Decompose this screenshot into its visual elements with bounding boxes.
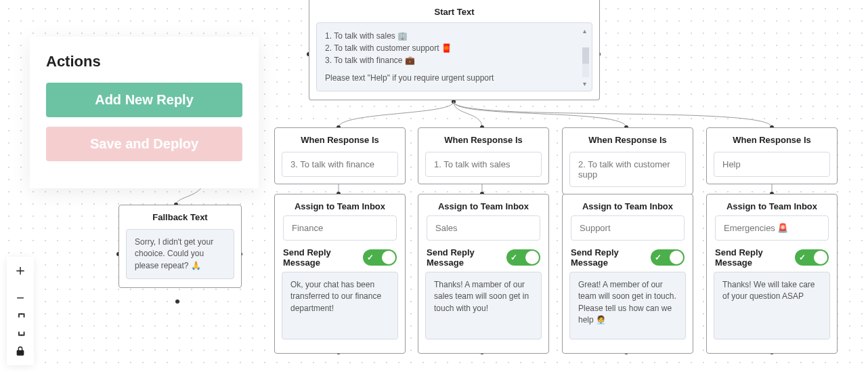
start-help-line: Please text "Help" if you require urgent… bbox=[325, 72, 571, 84]
send-reply-label: Send Reply Message bbox=[571, 247, 651, 268]
fallback-title: Fallback Text bbox=[119, 205, 241, 225]
svg-point-20 bbox=[175, 299, 179, 304]
reply-text-support[interactable]: Great! A member of our team will soon ge… bbox=[569, 272, 686, 339]
send-reply-row: Send Reply Message bbox=[275, 247, 405, 268]
when-title: When Response Is bbox=[563, 128, 693, 148]
fullscreen-icon: ⌜⌝⌞⌟ bbox=[18, 312, 23, 337]
actions-title: Actions bbox=[46, 53, 242, 70]
send-reply-label: Send Reply Message bbox=[427, 247, 506, 268]
assign-value-sales[interactable]: Sales bbox=[427, 215, 540, 241]
send-reply-toggle[interactable] bbox=[651, 249, 685, 266]
add-new-reply-button[interactable]: Add New Reply bbox=[46, 83, 242, 117]
action-node-support[interactable]: Assign to Team Inbox Support Send Reply … bbox=[562, 194, 693, 354]
scrollbar[interactable] bbox=[582, 47, 589, 77]
assign-value-finance[interactable]: Finance bbox=[283, 215, 397, 241]
flow-canvas[interactable]: Actions Add New Reply Save and Deploy ＋ … bbox=[0, 0, 868, 372]
assign-title: Assign to Team Inbox bbox=[707, 194, 837, 211]
fallback-body[interactable]: Sorry, I didn't get your chooice. Could … bbox=[126, 229, 234, 279]
assign-value-help[interactable]: Emergencies 🚨 bbox=[715, 215, 829, 241]
scroll-up-icon[interactable]: ▴ bbox=[580, 26, 589, 35]
send-reply-row: Send Reply Message bbox=[707, 247, 837, 268]
when-value-finance[interactable]: 3. To talk with finance bbox=[282, 152, 398, 177]
send-reply-row: Send Reply Message bbox=[418, 247, 548, 268]
start-line-3: 3. To talk with finance 💼 bbox=[325, 54, 571, 66]
fallback-node[interactable]: Fallback Text Sorry, I didn't get your c… bbox=[118, 205, 242, 288]
action-node-sales[interactable]: Assign to Team Inbox Sales Send Reply Me… bbox=[418, 194, 549, 354]
zoom-in-button[interactable]: ＋ bbox=[7, 257, 34, 284]
lock-button[interactable] bbox=[7, 338, 34, 365]
save-and-deploy-button[interactable]: Save and Deploy bbox=[46, 127, 242, 161]
plus-icon: ＋ bbox=[13, 260, 28, 281]
when-node-help[interactable]: When Response Is Help bbox=[706, 127, 838, 184]
minus-icon: － bbox=[13, 287, 28, 308]
reply-text-help[interactable]: Thanks! We will take care of your questi… bbox=[714, 272, 830, 339]
when-value-help[interactable]: Help bbox=[714, 152, 830, 177]
send-reply-toggle[interactable] bbox=[506, 249, 540, 266]
assign-value-support[interactable]: Support bbox=[571, 215, 685, 241]
send-reply-row: Send Reply Message bbox=[563, 247, 693, 268]
scroll-down-icon[interactable]: ▾ bbox=[580, 79, 589, 88]
when-title: When Response Is bbox=[707, 128, 837, 148]
reply-text-finance[interactable]: Ok, your chat has been transferred to ou… bbox=[282, 272, 398, 339]
start-line-2: 2. To talk with customer support 🧧 bbox=[325, 42, 571, 54]
send-reply-toggle[interactable] bbox=[795, 249, 829, 266]
action-node-help[interactable]: Assign to Team Inbox Emergencies 🚨 Send … bbox=[706, 194, 838, 354]
when-node-finance[interactable]: When Response Is 3. To talk with finance bbox=[274, 127, 406, 184]
start-text-body[interactable]: 1. To talk with sales 🏢 2. To talk with … bbox=[316, 22, 592, 91]
start-line-1: 1. To talk with sales 🏢 bbox=[325, 30, 571, 42]
reply-text-sales[interactable]: Thanks! A mamber of our sales team will … bbox=[425, 272, 542, 339]
when-value-sales[interactable]: 1. To talk with sales bbox=[425, 152, 542, 177]
when-title: When Response Is bbox=[418, 128, 548, 148]
scrollbar-thumb[interactable] bbox=[582, 47, 589, 64]
zoom-out-button[interactable]: － bbox=[7, 284, 34, 311]
action-node-finance[interactable]: Assign to Team Inbox Finance Send Reply … bbox=[274, 194, 406, 354]
start-text-node[interactable]: Start Text 1. To talk with sales 🏢 2. To… bbox=[309, 0, 600, 100]
lock-icon bbox=[15, 343, 26, 360]
assign-title: Assign to Team Inbox bbox=[275, 194, 405, 211]
fullscreen-button[interactable]: ⌜⌝⌞⌟ bbox=[7, 311, 34, 338]
start-text-title: Start Text bbox=[309, 0, 599, 20]
when-node-support[interactable]: When Response Is 2. To talk with custome… bbox=[562, 127, 693, 194]
send-reply-label: Send Reply Message bbox=[715, 247, 795, 268]
send-reply-toggle[interactable] bbox=[363, 249, 397, 266]
assign-title: Assign to Team Inbox bbox=[418, 194, 548, 211]
when-node-sales[interactable]: When Response Is 1. To talk with sales bbox=[418, 127, 549, 184]
when-value-support[interactable]: 2. To talk with customer supp bbox=[569, 152, 686, 187]
send-reply-label: Send Reply Message bbox=[283, 247, 363, 268]
assign-title: Assign to Team Inbox bbox=[563, 194, 693, 211]
actions-panel: Actions Add New Reply Save and Deploy bbox=[30, 37, 259, 188]
when-title: When Response Is bbox=[275, 128, 405, 148]
zoom-toolbar: ＋ － ⌜⌝⌞⌟ bbox=[7, 257, 34, 365]
